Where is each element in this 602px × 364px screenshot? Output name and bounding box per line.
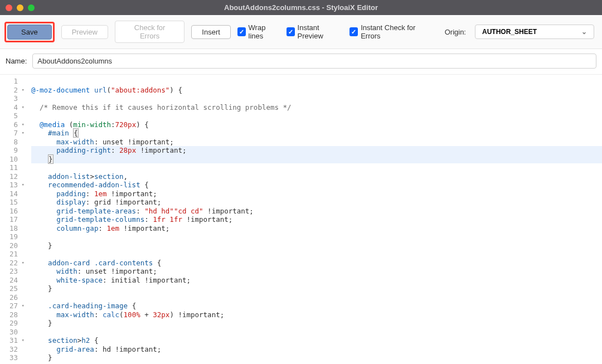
line-number: 33 [0,353,28,362]
code-line[interactable]: addon-list>section, [31,172,602,181]
code-line[interactable]: max-width: unset !important; [31,138,602,147]
instant-check-label: Instant Check for Errors [361,23,431,40]
line-number: 19 [0,232,28,241]
origin-label: Origin: [445,28,466,36]
code-line[interactable]: @-moz-document url("about:addons") { [31,86,602,95]
code-line[interactable] [31,328,602,337]
line-number: 9 [0,146,28,155]
line-number: 32 [0,345,28,354]
line-number: 15 [0,198,28,207]
line-number: 21 [0,250,28,259]
name-row: Name: [0,49,602,75]
line-number: 3 [0,94,28,103]
code-area[interactable]: @-moz-document url("about:addons") { /* … [28,75,602,364]
code-line[interactable]: recommended-addon-list { [31,181,602,190]
line-number: 13▾ [0,181,28,190]
code-line[interactable] [31,94,602,103]
minimize-window-icon[interactable] [17,4,23,11]
line-number: 22▾ [0,259,28,268]
window-controls [6,4,35,11]
fold-icon[interactable]: ▾ [20,336,25,345]
code-line[interactable] [31,250,602,259]
fold-icon[interactable]: ▾ [20,129,25,138]
line-number: 30 [0,328,28,337]
fold-icon[interactable]: ▾ [20,103,25,112]
origin-value: AUTHOR_SHEET [482,28,537,36]
check-errors-button[interactable]: Check for Errors [115,21,185,43]
close-window-icon[interactable] [6,4,12,11]
code-line[interactable] [31,77,602,86]
line-number: 10 [0,155,28,164]
line-number: 7▾ [0,129,28,138]
fold-icon[interactable]: ▾ [20,302,25,310]
code-line[interactable]: padding-right: 28px !important; [31,146,602,155]
wrap-lines-label: Wrap lines [249,23,280,40]
preview-button[interactable]: Preview [61,25,108,39]
line-number: 27▾ [0,302,28,310]
line-number: 5 [0,111,28,120]
code-line[interactable]: white-space: initial !important; [31,276,602,285]
code-line[interactable]: .card-heading-image { [31,302,602,310]
code-line[interactable]: } [31,241,602,250]
code-line[interactable]: display: grid !important; [31,198,602,207]
insert-button[interactable]: Insert [191,25,231,39]
line-number: 8 [0,138,28,147]
line-number: 26 [0,293,28,302]
chevron-down-icon: ⌄ [581,28,587,36]
fold-icon[interactable]: ▾ [20,181,25,190]
code-line[interactable]: } [31,353,602,362]
code-line[interactable]: } [31,284,602,293]
fold-icon[interactable]: ▾ [20,86,25,95]
code-line[interactable]: } [31,319,602,328]
check-icon: ✓ [349,27,358,36]
line-number: 14 [0,190,28,198]
wrap-lines-checkbox[interactable]: ✓ Wrap lines [237,23,280,40]
line-number: 11 [0,163,28,172]
code-line[interactable] [31,362,602,365]
code-line[interactable]: addon-card .card-contents { [31,259,602,268]
line-number: 28 [0,310,28,319]
check-icon: ✓ [287,27,295,36]
code-line[interactable] [31,293,602,302]
line-number: 24 [0,276,28,285]
code-line[interactable]: width: unset !important; [31,267,602,276]
origin-select[interactable]: AUTHOR_SHEET ⌄ [475,25,594,39]
instant-preview-label: Instant Preview [298,23,343,40]
name-input[interactable] [32,54,596,69]
line-number: 2▾ [0,86,28,95]
code-line[interactable]: max-width: calc(100% + 32px) !important; [31,310,602,319]
line-number: 25 [0,284,28,293]
line-number: 23 [0,267,28,276]
code-line[interactable]: column-gap: 1em !important; [31,224,602,233]
fold-icon[interactable]: ▾ [20,259,25,268]
save-button[interactable]: Save [7,25,52,40]
code-line[interactable] [31,232,602,241]
code-line[interactable]: @media (min-width:720px) { [31,120,602,129]
code-line[interactable] [31,111,602,120]
check-icon: ✓ [237,27,246,36]
line-number: 20 [0,241,28,250]
line-number: 12 [0,172,28,181]
code-line[interactable]: grid-template-areas: "hd hd""cd cd" !imp… [31,207,602,216]
code-line[interactable] [31,163,602,172]
zoom-window-icon[interactable] [28,4,35,11]
code-line[interactable]: /* Remove this if it causes horizontal s… [31,103,602,112]
line-gutter: 12▾34▾56▾7▾8910111213▾141516171819202122… [0,75,28,364]
code-line[interactable]: grid-area: hd !important; [31,345,602,354]
instant-check-checkbox[interactable]: ✓ Instant Check for Errors [349,23,431,40]
name-label: Name: [6,57,27,65]
instant-preview-checkbox[interactable]: ✓ Instant Preview [287,23,343,40]
fold-icon[interactable]: ▾ [20,120,25,129]
code-line[interactable]: grid-template-columns: 1fr 1fr !importan… [31,215,602,224]
code-line[interactable]: } [31,155,602,164]
code-line[interactable]: #main { [31,129,602,138]
line-number: 34 [0,362,28,365]
highlight-annotation: Save [4,22,55,42]
code-line[interactable]: section>h2 { [31,336,602,345]
code-line[interactable]: padding: 1em !important; [31,190,602,198]
code-editor[interactable]: 12▾34▾56▾7▾8910111213▾141516171819202122… [0,75,602,364]
line-number: 6▾ [0,120,28,129]
window-titlebar: AboutAddons2columns.css - StyloaiX Edito… [0,0,602,15]
line-number: 17 [0,215,28,224]
toolbar: Save Preview Check for Errors Insert ✓ W… [0,15,602,49]
